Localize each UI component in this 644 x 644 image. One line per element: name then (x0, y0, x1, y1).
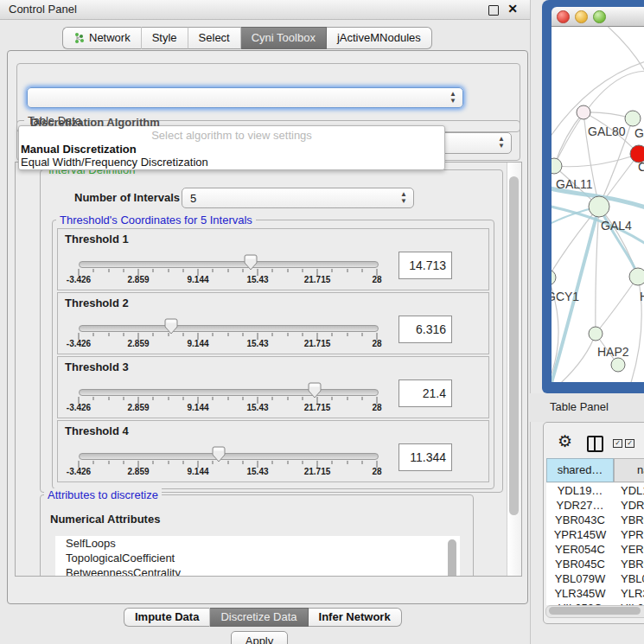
tick-label: -3.426 (67, 403, 91, 412)
network-node[interactable] (625, 111, 641, 126)
num-intervals-combobox[interactable]: 5 ▲▼ (182, 188, 414, 208)
table-cell-name[interactable]: YBR0 (614, 513, 644, 527)
table-row[interactable]: YPR145WYPR1 (546, 527, 644, 542)
table-cell-name[interactable]: YDR2 (614, 498, 644, 513)
tab-style[interactable]: Style (142, 27, 188, 49)
apply-button[interactable]: Apply (231, 631, 288, 644)
vertical-scrollbar-thumb[interactable] (509, 176, 519, 515)
table-cell-shared-name[interactable]: YER054C (546, 542, 614, 557)
attribute-list-item[interactable]: TopologicalCoefficient (55, 551, 460, 565)
tick-mark (302, 461, 303, 464)
network-node-label: HAP2 (597, 345, 629, 359)
slider-thumb[interactable] (244, 254, 258, 271)
tick-label: 21.715 (304, 467, 331, 476)
table-cell-shared-name[interactable]: YBL079W (546, 571, 614, 586)
close-icon[interactable]: ✕ (507, 2, 518, 16)
table-cell-shared-name[interactable]: YDL19… (546, 483, 614, 498)
horizontal-scrollbar-track[interactable] (545, 605, 644, 618)
column-header-name[interactable]: na (614, 458, 644, 482)
slider-thumb[interactable] (212, 446, 226, 462)
slider-thumb[interactable] (308, 382, 322, 399)
table-cell-name[interactable]: YDL1 (614, 483, 644, 498)
slider-track[interactable] (79, 453, 379, 460)
network-node[interactable] (577, 105, 590, 119)
gear-icon[interactable]: ⚙ (558, 433, 572, 450)
tick-mark (93, 461, 94, 464)
slider-track[interactable] (79, 261, 379, 268)
attributes-list: SelfLoopsTopologicalCoefficientBetweenne… (55, 536, 460, 577)
tick-label: 2.859 (127, 275, 149, 284)
network-view-canvas[interactable]: GAL80GACGAL11GAL4GCY1HHAP2 (552, 27, 644, 382)
network-edge-highlighted (599, 207, 638, 277)
attribute-list-item[interactable]: BetweennessCentrality (55, 565, 460, 577)
algorithm-option[interactable]: Equal Width/Frequency Discretization (21, 156, 208, 169)
attribute-list-item[interactable]: SelfLoops (55, 536, 460, 551)
table-row[interactable]: YBL079WYBL0 (546, 571, 644, 586)
list-scrollbar-thumb[interactable] (448, 539, 456, 577)
table-row[interactable]: YDL19…YDL1 (546, 483, 644, 498)
tab-infer-network[interactable]: Infer Network (309, 608, 402, 627)
traffic-light-zoom-icon[interactable] (593, 10, 606, 23)
network-node[interactable] (589, 196, 609, 217)
column-header-shared[interactable]: shared… (546, 458, 614, 482)
table-cell-shared-name[interactable]: YPR145W (546, 527, 614, 542)
float-window-icon[interactable] (488, 5, 499, 16)
tick-mark (302, 269, 303, 272)
slider-ticks (79, 461, 377, 469)
split-view-icon[interactable] (587, 436, 603, 452)
tick-mark (93, 397, 94, 400)
table-cell-shared-name[interactable]: YBR045C (546, 557, 614, 571)
table-row[interactable]: YBR045CYBR0 (546, 557, 644, 571)
tab-jactivemnodules[interactable]: jActiveMNodules (327, 27, 432, 49)
slider-track[interactable] (79, 389, 379, 396)
tick-mark (332, 461, 333, 464)
checkbox-icon[interactable]: ✓ (625, 439, 634, 448)
checkbox-icon[interactable]: ✓ (613, 439, 622, 448)
tick-label: 21.715 (304, 275, 331, 284)
tick-mark (347, 333, 348, 336)
table-cell-name[interactable]: YBL0 (614, 571, 644, 586)
table-row[interactable]: YLR345WYLR3 (546, 586, 644, 601)
network-node[interactable] (611, 358, 625, 372)
tick-label: 28 (372, 403, 381, 412)
horizontal-scrollbar-thumb[interactable] (549, 607, 641, 615)
tab-impute-data[interactable]: Impute Data (124, 608, 210, 627)
tick-label: 2.859 (127, 339, 149, 348)
tab-network[interactable]: Network (62, 27, 142, 49)
threshold-value-field[interactable]: 11.344 (399, 443, 452, 471)
tick-label: 9.144 (187, 467, 208, 476)
table-cell-shared-name[interactable]: YLR345W (546, 586, 614, 601)
slider-thumb[interactable] (164, 318, 178, 335)
tick-mark (272, 461, 273, 464)
table-cell-name[interactable]: YER0 (614, 542, 644, 557)
table-cell-name[interactable]: YLR3 (614, 586, 644, 601)
table-cell-shared-name[interactable]: YBR043C (546, 513, 614, 527)
table-row[interactable]: YDR27…YDR2 (546, 498, 644, 513)
network-node[interactable] (552, 270, 556, 285)
threshold-value-field[interactable]: 21.4 (399, 379, 452, 407)
traffic-light-close-icon[interactable] (557, 10, 570, 23)
network-node[interactable] (629, 268, 644, 285)
network-node[interactable] (589, 327, 603, 341)
algorithm-combobox[interactable]: ▲▼ (27, 87, 463, 108)
tick-mark (361, 269, 362, 272)
threshold-value-field[interactable]: 14.713 (399, 252, 452, 279)
tick-mark (153, 333, 154, 336)
table-cell-name[interactable]: YPR1 (614, 527, 644, 542)
slider-track[interactable] (79, 325, 379, 332)
table-row[interactable]: YBR043CYBR0 (546, 513, 644, 527)
table-cell-shared-name[interactable]: YDR27… (546, 498, 614, 513)
vertical-scrollbar-track[interactable] (507, 163, 522, 576)
tick-mark (242, 397, 243, 400)
tab-cyni-toolbox[interactable]: Cyni Toolbox (241, 27, 327, 49)
tab-discretize-data[interactable]: Discretize Data (210, 608, 308, 627)
algorithm-option[interactable]: Manual Discretization (21, 143, 137, 156)
tab-select[interactable]: Select (188, 27, 241, 49)
table-row[interactable]: YER054CYER0 (546, 542, 644, 557)
tick-label: 2.859 (127, 467, 149, 476)
table-cell-name[interactable]: YBR0 (614, 557, 644, 571)
threshold-item: Threshold 4-3.4262.8599.14415.4321.71528… (57, 420, 489, 482)
num-intervals-value: 5 (190, 192, 196, 205)
traffic-light-minimize-icon[interactable] (575, 10, 588, 23)
threshold-value-field[interactable]: 6.316 (399, 316, 452, 343)
